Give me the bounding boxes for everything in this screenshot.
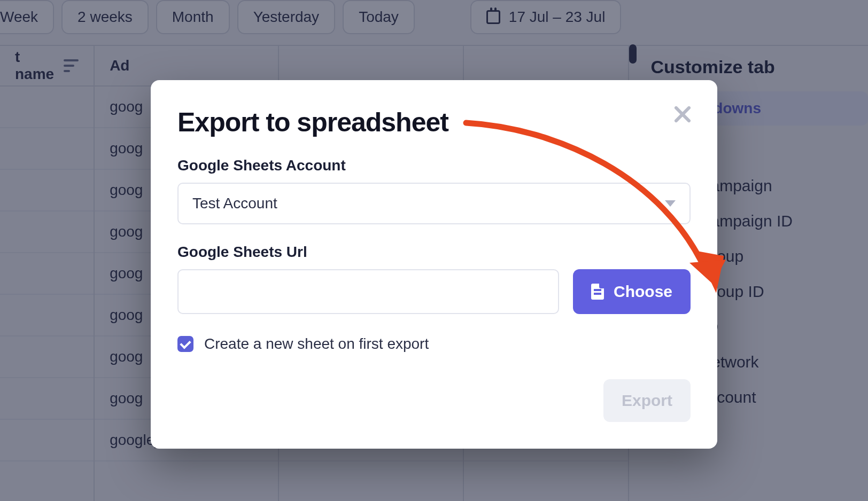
- svg-marker-1: [689, 260, 726, 284]
- account-value: Test Account: [192, 195, 277, 212]
- modal-title: Export to spreadsheet: [177, 107, 691, 138]
- choose-button-label: Choose: [614, 283, 672, 301]
- document-icon: [591, 284, 604, 300]
- choose-button[interactable]: Choose: [573, 269, 691, 314]
- account-select[interactable]: Test Account: [177, 183, 691, 224]
- export-modal: Export to spreadsheet Google Sheets Acco…: [151, 80, 717, 449]
- modal-overlay: Export to spreadsheet Google Sheets Acco…: [0, 0, 868, 501]
- url-label: Google Sheets Url: [177, 244, 691, 261]
- export-button[interactable]: Export: [603, 379, 691, 422]
- chevron-down-icon: [665, 200, 676, 207]
- close-icon[interactable]: [671, 104, 693, 125]
- annotation-arrow-icon: [450, 112, 749, 353]
- create-sheet-row[interactable]: Create a new sheet on first export: [177, 335, 691, 353]
- url-input[interactable]: [177, 269, 559, 314]
- create-sheet-checkbox[interactable]: [177, 336, 193, 352]
- create-sheet-label: Create a new sheet on first export: [204, 335, 429, 353]
- account-label: Google Sheets Account: [177, 157, 691, 174]
